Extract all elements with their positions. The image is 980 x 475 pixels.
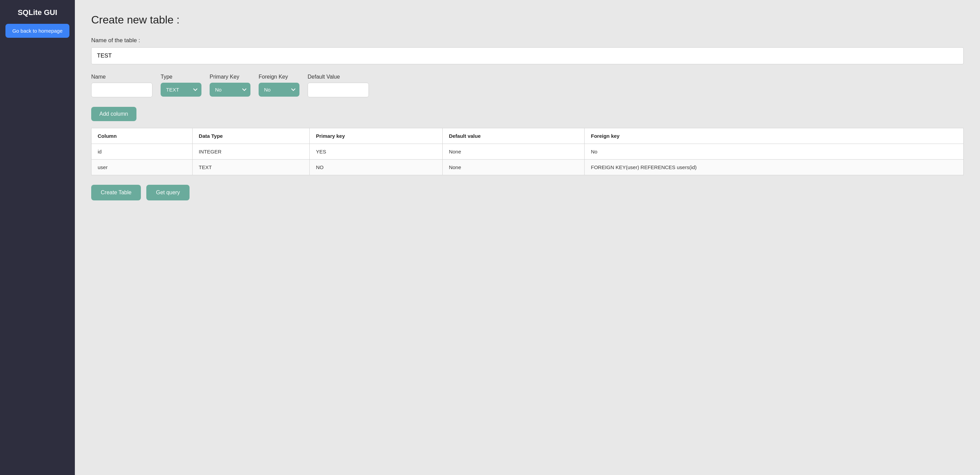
app-title: SQLite GUI xyxy=(18,8,57,17)
default-value-label: Default Value xyxy=(308,74,369,80)
add-column-button[interactable]: Add column xyxy=(91,107,137,121)
columns-table: Column Data Type Primary key Default val… xyxy=(91,128,964,175)
foreign-key-form-group: Foreign Key No Yes xyxy=(259,74,299,97)
name-form-group: Name xyxy=(91,74,153,97)
table-name-label: Name of the table : xyxy=(91,37,964,44)
type-label: Type xyxy=(161,74,202,80)
page-title: Create new table : xyxy=(91,14,964,26)
table-name-input[interactable] xyxy=(91,47,964,64)
sidebar: SQLite GUI Go back to homepage xyxy=(0,0,75,475)
action-buttons: Create Table Get query xyxy=(91,185,964,200)
primary-key-label: Primary Key xyxy=(210,74,250,80)
table-row: userTEXTNONoneFOREIGN KEY(user) REFERENC… xyxy=(92,160,964,175)
main-content: Create new table : Name of the table : N… xyxy=(75,0,980,475)
create-table-button[interactable]: Create Table xyxy=(91,185,141,200)
col-header-primary-key: Primary key xyxy=(310,128,443,144)
foreign-key-label: Foreign Key xyxy=(259,74,299,80)
table-row: idINTEGERYESNoneNo xyxy=(92,144,964,160)
col-header-column: Column xyxy=(92,128,192,144)
primary-key-select[interactable]: No Yes xyxy=(210,83,250,97)
table-header-row: Column Data Type Primary key Default val… xyxy=(92,128,964,144)
default-value-form-group: Default Value xyxy=(308,74,369,97)
get-query-button[interactable]: Get query xyxy=(146,185,189,200)
primary-key-form-group: Primary Key No Yes xyxy=(210,74,250,97)
col-header-foreign-key: Foreign key xyxy=(585,128,964,144)
default-value-input[interactable] xyxy=(308,83,369,97)
name-label: Name xyxy=(91,74,153,80)
column-name-input[interactable] xyxy=(91,83,153,97)
type-select[interactable]: TEXT INTEGER REAL BLOB NULL xyxy=(161,83,202,97)
type-form-group: Type TEXT INTEGER REAL BLOB NULL xyxy=(161,74,202,97)
foreign-key-select[interactable]: No Yes xyxy=(259,83,299,97)
go-back-button[interactable]: Go back to homepage xyxy=(5,24,69,38)
col-header-data-type: Data Type xyxy=(192,128,310,144)
col-header-default-value: Default value xyxy=(443,128,585,144)
column-form: Name Type TEXT INTEGER REAL BLOB NULL Pr… xyxy=(91,74,964,97)
